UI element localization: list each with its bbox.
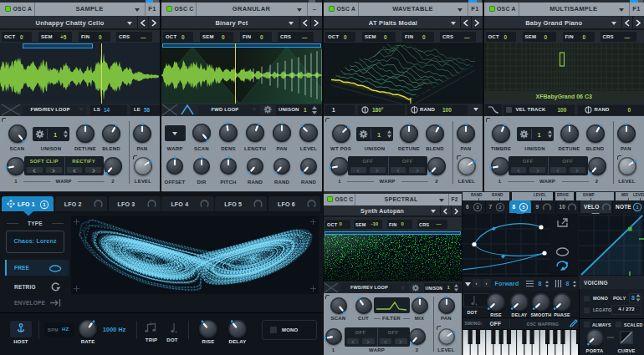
svg-text:1: 1 [636,205,638,210]
svg-text:3: 3 [476,205,478,210]
svg-text:1: 1 [43,202,46,207]
svg-text:2: 2 [498,205,501,210]
svg-text:5: 5 [522,205,524,210]
